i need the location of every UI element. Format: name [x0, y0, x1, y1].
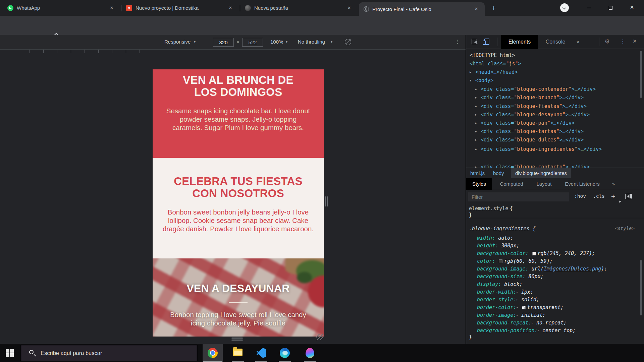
taskbar-search[interactable] [21, 345, 197, 361]
css-property[interactable]: border-image:▸ initial; [477, 311, 545, 319]
minimize-button[interactable] [582, 0, 596, 15]
tree-row[interactable]: ▶<div class="bloque-dulces">…</div> [475, 136, 584, 144]
stylesheet-source-link[interactable]: <style> [615, 226, 635, 231]
close-window-button[interactable]: ✕ [625, 0, 639, 15]
viewport-resize-handle-corner[interactable] [316, 334, 323, 340]
scrollbar-thumb[interactable] [640, 51, 642, 98]
css-property[interactable]: height: 300px; [477, 242, 519, 249]
chevron-down-icon [562, 6, 566, 9]
viewport-resize-handle-bottom[interactable] [231, 338, 243, 339]
tree-row[interactable]: <html class="js"> [470, 60, 521, 68]
breadcrumb-html[interactable]: html.js [470, 168, 485, 178]
tab-whatsapp[interactable]: WhatsApp ✕ [3, 0, 120, 16]
responsive-viewport[interactable]: VEN AL BRUNCH DE LOS DOMINGOS Sesame sna… [153, 69, 324, 337]
device-mode-select[interactable]: Responsive [164, 39, 191, 45]
new-tab-button[interactable]: + [489, 4, 498, 12]
start-button[interactable] [6, 349, 14, 357]
collapse-arrow-icon[interactable]: ▼ [470, 76, 475, 85]
viewport-resize-handle-right[interactable] [327, 196, 328, 206]
tab-elements[interactable]: Elements [501, 35, 538, 49]
tab-domestika[interactable]: ♥ Nuevo proyecto | Domestika ✕ [121, 0, 239, 16]
tab-close-icon[interactable]: ✕ [473, 5, 480, 13]
zoom-select[interactable]: 100% [270, 39, 283, 45]
tab-event-listeners[interactable]: Event Listeners [562, 178, 602, 190]
gear-icon[interactable]: ⚙ [604, 38, 610, 45]
css-property[interactable]: background-size: 80px; [477, 273, 544, 280]
css-property[interactable]: background-repeat:▸ no-repeat; [477, 319, 567, 326]
css-property[interactable]: background-position:▸ center top; [477, 327, 576, 334]
css-property[interactable]: border-color:▸ transparent; [477, 304, 564, 311]
expand-arrow-icon[interactable]: ▶ [475, 119, 481, 127]
restore-button[interactable] [603, 0, 618, 15]
new-style-rule-icon[interactable]: + [611, 192, 615, 200]
taskbar-edge[interactable] [275, 344, 295, 362]
css-property[interactable]: background-color: rgb(245, 240, 237); [477, 250, 595, 257]
expand-arrow-icon[interactable]: ▶ [470, 68, 475, 76]
tree-row[interactable]: ▶<div class="bloque-pan">…</div> [475, 119, 575, 127]
taskbar-paint3d[interactable] [300, 344, 320, 362]
tab-console[interactable]: Console [543, 35, 568, 49]
taskbar-explorer[interactable] [228, 344, 248, 362]
breadcrumb-body[interactable]: body [493, 168, 504, 178]
throttling-select[interactable]: No throttling [298, 39, 325, 45]
css-property[interactable]: color: rgb(60, 60, 59); [477, 257, 553, 265]
more-tabs-icon[interactable]: » [608, 178, 619, 190]
tree-row[interactable]: ▶<head>…</head> [470, 68, 518, 76]
device-toolbar-menu-icon[interactable]: ⋮ [455, 39, 460, 45]
scrollbar-thumb[interactable] [640, 260, 642, 315]
more-tabs-icon[interactable]: » [573, 35, 583, 49]
tab-nueva-pestana[interactable]: Nueva pestaña ✕ [240, 0, 358, 16]
tab-close-icon[interactable]: ✕ [345, 4, 353, 12]
tree-row[interactable]: <!DOCTYPE html> [470, 51, 515, 60]
css-rule-bloque-ingredientes[interactable]: .bloque-ingredientes { <style> width: au… [466, 218, 644, 344]
tree-row[interactable]: ▶<div class="bloque-brunch">…</div> [475, 94, 584, 102]
expand-arrow-icon[interactable]: ▶ [475, 127, 481, 136]
toggle-sidebar-icon[interactable] [625, 194, 632, 199]
css-property[interactable]: border-width:▸ 1px; [477, 288, 533, 296]
tab-search-button[interactable] [560, 3, 569, 12]
toggle-element-classes[interactable]: .cls [593, 193, 605, 199]
devtools-menu-icon[interactable]: ⋮ [620, 38, 626, 45]
inspect-element-icon[interactable] [472, 39, 477, 44]
element-style-section[interactable]: element.style { } [466, 203, 644, 218]
css-property[interactable]: background-image: url(Imágenes/Dulces.pn… [477, 265, 607, 273]
expand-arrow-icon[interactable]: ▶ [475, 111, 481, 119]
taskbar-chrome[interactable] [203, 344, 223, 362]
search-input[interactable] [41, 345, 188, 361]
viewport-height-input[interactable] [242, 38, 263, 47]
tab-proyecto-final-active[interactable]: Proyecto Final - Cafe Oslo ✕ [359, 2, 485, 16]
tree-row[interactable]: ▶<div class="bloque-tartas">…</div> [475, 127, 584, 136]
tree-row[interactable]: ▶<div class="bloque-contenedor">…</div> [475, 85, 596, 94]
tree-row-selected[interactable]: ▶<div class="bloque-ingredientes">…</div… [475, 145, 602, 154]
tab-computed[interactable]: Computed [497, 178, 526, 190]
expand-arrow-icon[interactable]: ▶ [475, 85, 481, 94]
expand-arrow-icon[interactable]: ▶ [475, 136, 481, 144]
css-property[interactable]: width: auto; [477, 234, 513, 242]
device-toolbar-toggle-icon[interactable] [484, 39, 489, 45]
windows-taskbar: 16°C Despejado ESP INTL 21:30 17/9/2021 … [0, 344, 644, 362]
breadcrumb-selected[interactable]: div.bloque-ingredientes [511, 168, 571, 178]
tree-row[interactable]: ▶<div class="bloque-desayuno">…</div> [475, 111, 590, 119]
tree-row[interactable]: ▶<div class="bloque-contacto">…</div> [475, 163, 590, 168]
toggle-hover-state[interactable]: :hov [574, 193, 586, 199]
tree-row[interactable]: ▼<body> [470, 76, 493, 85]
tab-styles[interactable]: Styles [466, 178, 492, 190]
css-property[interactable]: border-style:▸ solid; [477, 296, 539, 303]
viewport-width-input[interactable] [213, 38, 234, 47]
viewport-resize-handle-bottom[interactable] [231, 340, 243, 341]
styles-filter-input[interactable] [468, 192, 569, 201]
expand-arrow-icon[interactable]: ▶ [475, 163, 481, 168]
tree-row[interactable]: ▶<div class="bloque-fiestas">…</div> [475, 102, 587, 111]
image-url-link[interactable]: Imágenes/Dulces.png [544, 266, 601, 272]
devtools-close-icon[interactable]: ✕ [633, 38, 637, 44]
tab-close-icon[interactable]: ✕ [227, 4, 234, 12]
expand-arrow-icon[interactable]: ▶ [475, 145, 481, 154]
viewport-resize-handle-right[interactable] [325, 196, 326, 206]
rotate-viewport-icon[interactable] [345, 39, 351, 45]
taskbar-vscode[interactable] [251, 344, 271, 362]
expand-arrow-icon[interactable]: ▶ [475, 94, 481, 102]
css-property[interactable]: display: block; [477, 281, 522, 288]
tab-close-icon[interactable]: ✕ [108, 4, 115, 12]
expand-arrow-icon[interactable]: ▶ [475, 102, 481, 111]
tab-layout[interactable]: Layout [534, 178, 554, 190]
